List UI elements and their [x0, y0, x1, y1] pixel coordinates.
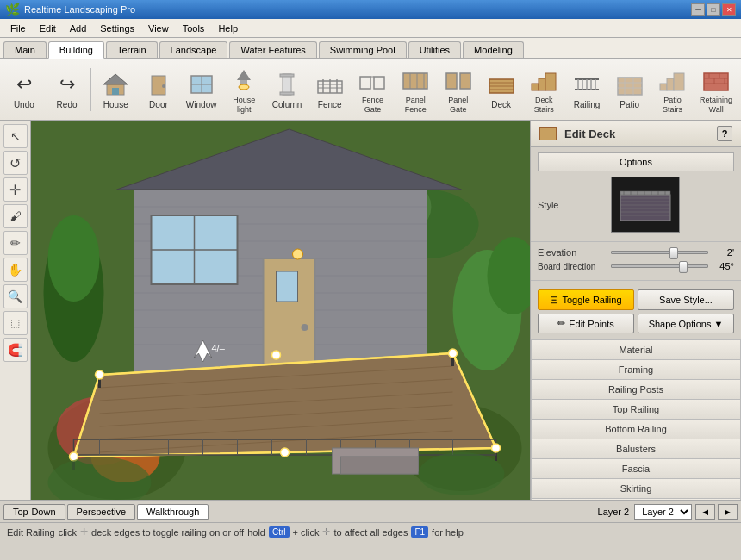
- undo-label: Undo: [14, 100, 34, 110]
- toolbar-redo[interactable]: ↪ Redo: [47, 65, 88, 114]
- patio-stairs-icon: [657, 65, 688, 96]
- toolbar-railing[interactable]: Railing: [566, 65, 607, 114]
- paint-tool[interactable]: 🖌: [3, 204, 28, 228]
- svg-rect-48: [660, 84, 667, 90]
- edit-points-icon: ✏: [557, 318, 565, 329]
- toolbar-house[interactable]: House: [95, 65, 136, 114]
- svg-rect-131: [620, 191, 670, 195]
- information-section[interactable]: Information: [531, 499, 741, 500]
- board-direction-slider[interactable]: [611, 264, 708, 268]
- tab-utilities[interactable]: Utilities: [408, 41, 461, 58]
- svg-point-116: [281, 448, 290, 457]
- toolbar-panel-fence[interactable]: PanelFence: [395, 61, 436, 118]
- layer-next-button[interactable]: ►: [718, 504, 738, 520]
- zoom-box-tool[interactable]: ⬚: [3, 311, 28, 335]
- crosshair-tool[interactable]: ✛: [3, 177, 28, 202]
- tab-terrain[interactable]: Terrain: [106, 41, 158, 58]
- shape-options-button[interactable]: Shape Options ▼: [638, 314, 734, 333]
- elevation-label: Elevation: [538, 247, 611, 258]
- snap-tool[interactable]: 🧲: [3, 338, 28, 362]
- save-style-button[interactable]: Save Style...: [638, 289, 734, 310]
- svg-rect-50: [674, 73, 684, 90]
- tab-building[interactable]: Building: [48, 41, 104, 59]
- layer-label: Layer 2: [598, 507, 630, 517]
- tab-top-down[interactable]: Top-Down: [3, 504, 65, 520]
- tab-perspective[interactable]: Perspective: [67, 504, 135, 520]
- status-help: for help: [432, 527, 464, 538]
- svg-rect-84: [277, 271, 298, 302]
- panel-header: Edit Deck ?: [531, 121, 741, 147]
- status-plus-click: + click: [293, 527, 320, 538]
- style-label: Style: [538, 200, 611, 210]
- select-tool[interactable]: ↖: [3, 124, 28, 148]
- menu-file[interactable]: File: [3, 22, 33, 35]
- menu-view[interactable]: View: [141, 22, 176, 35]
- toolbar-patio-stairs[interactable]: PatioStairs: [652, 61, 694, 118]
- menu-settings[interactable]: Settings: [93, 22, 141, 35]
- toolbar-deck[interactable]: Deck: [481, 65, 522, 114]
- elevation-thumb[interactable]: [669, 247, 678, 259]
- tab-main[interactable]: Main: [3, 41, 47, 58]
- deck-panel-icon: [539, 127, 557, 140]
- elevation-slider[interactable]: [611, 251, 708, 254]
- zoom-tool[interactable]: 🔍: [3, 284, 28, 308]
- toolbar-deck-stairs[interactable]: DeckStairs: [523, 61, 564, 118]
- tab-landscape[interactable]: Landscape: [159, 41, 228, 58]
- tab-modeling[interactable]: Modeling: [463, 41, 524, 58]
- toolbar-column[interactable]: Column: [266, 65, 308, 114]
- svg-rect-11: [283, 74, 291, 95]
- close-button[interactable]: ✕: [722, 3, 736, 16]
- viewport[interactable]: 4/–: [31, 121, 530, 500]
- toolbar-undo[interactable]: ↩ Undo: [3, 65, 45, 114]
- svg-rect-124: [620, 195, 670, 221]
- rotate-tool[interactable]: ↺: [3, 151, 28, 175]
- maximize-button[interactable]: □: [707, 3, 720, 16]
- menu-help[interactable]: Help: [211, 22, 245, 35]
- status-cursor-icon: ✛: [80, 526, 88, 538]
- layer-prev-button[interactable]: ◄: [695, 504, 715, 520]
- layer-select[interactable]: Layer 2 Layer 1 Layer 3: [634, 504, 692, 520]
- edit-points-button[interactable]: ✏ Edit Points: [538, 314, 634, 333]
- toolbar-window[interactable]: Window: [181, 65, 222, 114]
- board-direction-thumb[interactable]: [679, 261, 688, 273]
- action-row-2: ✏ Edit Points Shape Options ▼: [538, 314, 734, 333]
- svg-point-10: [239, 84, 249, 90]
- help-button[interactable]: ?: [717, 126, 732, 141]
- bottom-railing-section[interactable]: Bottom Railing: [531, 420, 741, 439]
- hand-tool[interactable]: ✋: [3, 258, 28, 282]
- options-button[interactable]: Options: [538, 152, 734, 171]
- door-label: Door: [149, 100, 168, 110]
- railing-posts-section[interactable]: Railing Posts: [531, 380, 741, 400]
- railing-label: Railing: [574, 100, 601, 110]
- menu-tools[interactable]: Tools: [176, 22, 212, 35]
- framing-section[interactable]: Framing: [531, 360, 741, 380]
- menu-edit[interactable]: Edit: [33, 22, 63, 35]
- toolbar-house-light[interactable]: Houselight: [224, 61, 265, 118]
- patio-label: Patio: [620, 100, 639, 110]
- pencil-tool[interactable]: ✏: [3, 231, 28, 255]
- board-direction-slider-container: 45°: [611, 261, 734, 271]
- toolbar-fence-gate[interactable]: FenceGate: [352, 61, 394, 118]
- toolbar-retaining-wall[interactable]: RetainingWall: [694, 61, 738, 118]
- tab-walkthrough[interactable]: Walkthrough: [137, 504, 209, 520]
- top-railing-section[interactable]: Top Railing: [531, 400, 741, 420]
- minimize-button[interactable]: ─: [691, 3, 705, 16]
- toggle-railing-button[interactable]: ⊟ Toggle Railing: [538, 289, 634, 310]
- style-preview[interactable]: [611, 177, 680, 233]
- toolbar-patio[interactable]: Patio: [609, 65, 651, 114]
- material-section[interactable]: Material: [531, 339, 741, 360]
- tab-swimming-pool[interactable]: Swimming Pool: [319, 41, 407, 58]
- toolbar-fence[interactable]: Fence: [309, 65, 351, 114]
- svg-rect-34: [539, 78, 545, 90]
- svg-rect-33: [532, 84, 539, 90]
- tab-water-features[interactable]: Water Features: [229, 41, 316, 58]
- main-tabbar: Main Building Terrain Landscape Water Fe…: [0, 38, 741, 59]
- menu-add[interactable]: Add: [63, 22, 94, 35]
- balusters-section[interactable]: Balusters: [531, 439, 741, 459]
- toolbar-panel-gate[interactable]: PanelGate: [438, 61, 479, 118]
- svg-point-86: [293, 249, 303, 259]
- skirting-section[interactable]: Skirting: [531, 479, 741, 499]
- panel-gate-label: PanelGate: [448, 96, 468, 115]
- toolbar-door[interactable]: Door: [138, 65, 179, 114]
- fascia-section[interactable]: Fascia: [531, 459, 741, 479]
